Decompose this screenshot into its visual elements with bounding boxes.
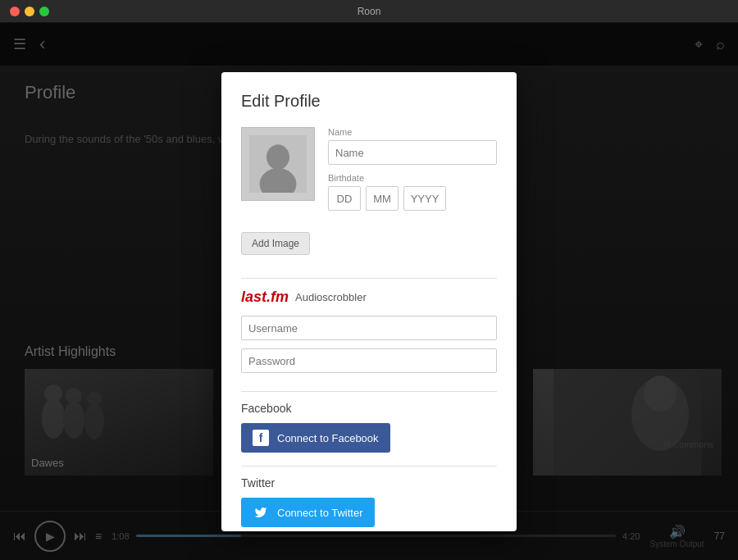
profile-fields: Name Birthdate [328, 127, 497, 219]
close-button[interactable] [10, 7, 20, 16]
facebook-btn-label: Connect to Facebook [277, 432, 379, 444]
titlebar: Roon [0, 0, 738, 23]
date-inputs [328, 186, 497, 211]
name-label: Name [328, 127, 497, 137]
avatar [241, 127, 315, 201]
modal-overlay: Edit Profile Name Birthdate [0, 23, 738, 560]
divider-1 [241, 278, 497, 279]
birthdate-label: Birthdate [328, 173, 497, 183]
facebook-section-title: Facebook [241, 402, 497, 415]
modal-title: Edit Profile [241, 92, 497, 111]
connect-facebook-button[interactable]: f Connect to Facebook [241, 423, 390, 453]
divider-3 [241, 466, 497, 467]
minimize-button[interactable] [25, 7, 34, 16]
add-image-button[interactable]: Add Image [241, 232, 310, 255]
facebook-icon: f [253, 430, 269, 446]
maximize-button[interactable] [39, 7, 49, 16]
lastfm-password-input[interactable] [241, 348, 497, 373]
connect-twitter-button[interactable]: Connect to Twitter [241, 498, 375, 527]
twitter-btn-label: Connect to Twitter [277, 507, 363, 519]
year-input[interactable] [403, 186, 446, 211]
month-input[interactable] [366, 186, 399, 211]
app-container: ☰ ‹ ⌖ ⌕ Profile Account During the sound… [0, 23, 738, 560]
divider-2 [241, 391, 497, 392]
svg-point-10 [266, 144, 289, 170]
app-title: Roon [358, 6, 381, 17]
name-input[interactable] [328, 140, 497, 165]
edit-profile-modal: Edit Profile Name Birthdate [221, 72, 517, 531]
lastfm-header: last.fm Audioscrobbler [241, 289, 497, 306]
twitter-icon [253, 504, 269, 521]
lastfm-username-input[interactable] [241, 316, 497, 340]
day-input[interactable] [328, 186, 361, 211]
avatar-image [249, 135, 307, 193]
profile-image-section: Name Birthdate [241, 127, 497, 219]
twitter-section-title: Twitter [241, 476, 497, 489]
lastfm-logo: last.fm [241, 289, 289, 306]
window-controls[interactable] [10, 7, 49, 16]
audioscrobbler-label: Audioscrobbler [295, 291, 367, 303]
